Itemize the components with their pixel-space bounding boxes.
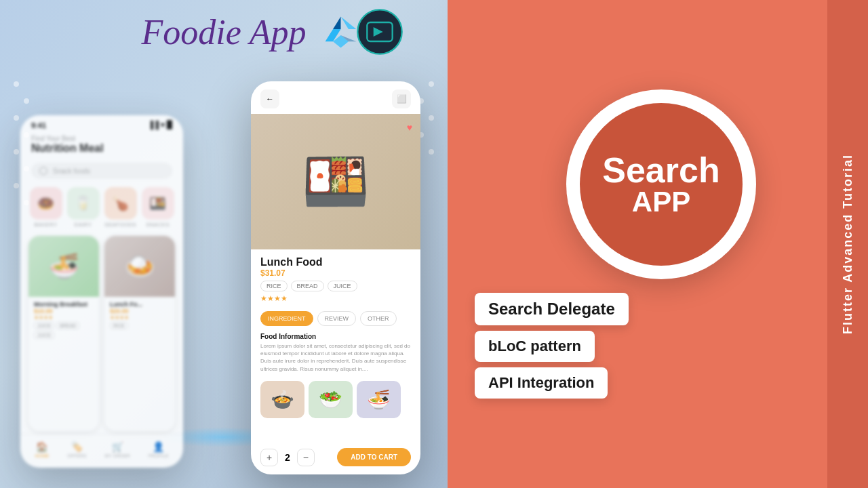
food-tags: JUICE BREAD JUICE [34, 322, 94, 339]
food-card-morning[interactable]: 🍜 Morning Breakfast $10.00 ★★★★ JUICE BR… [28, 236, 99, 431]
phone-right-mockup: ← ⬜ 🍱 ♥ Lunch Food $31.07 RICE BREAD JUI… [251, 81, 420, 474]
heart-icon: ♥ [407, 122, 412, 133]
offers-icon: 🏷️ [71, 441, 83, 452]
nav-label: HOME [35, 453, 49, 458]
add-to-cart-button[interactable]: ADD TO CART [337, 448, 411, 466]
feature-3-wrapper: API Integration [475, 367, 800, 399]
status-time: 9:41 [31, 121, 46, 129]
bloc-logo [356, 8, 403, 56]
category-label: SEAFOODS [104, 222, 136, 228]
food-name: Morning Breakfast [34, 301, 94, 308]
category-icon: 🍱 [142, 187, 174, 220]
svg-marker-1 [333, 17, 340, 29]
detail-food-info: Lunch Food $31.07 RICE BREAD JUICE ★★★★ [251, 249, 420, 307]
detail-food-name: Lunch Food [260, 256, 411, 268]
thumb-3[interactable]: 🍜 [357, 381, 401, 418]
quantity-value: 2 [285, 452, 290, 463]
nav-offers[interactable]: 🏷️ OFFERS [67, 441, 86, 458]
detail-tabs: INGREDIENT REVIEW OTHER [251, 307, 420, 330]
nav-label: MY ORDER [104, 453, 130, 458]
tag: JUICE [34, 331, 54, 339]
food-info: Lunch Fo... $20.00 ★★★★ RICE [104, 297, 175, 333]
food-image: 🍛 [104, 236, 175, 297]
feature-label-search-delegate: Search Delegate [475, 293, 629, 325]
category-bakery[interactable]: 🍩 BAKERY [28, 187, 63, 228]
category-icon: 🍩 [30, 187, 62, 220]
search-app-circle-outer: Search APP [566, 89, 756, 279]
bottom-nav: 🏠 HOME 🏷️ OFFERS 🛒 MY ORDER 👤 PROFILE [20, 434, 183, 468]
favorite-button[interactable]: ⬜ [392, 89, 411, 108]
thumb-1[interactable]: 🍲 [260, 381, 304, 418]
tab-review[interactable]: REVIEW [317, 311, 357, 326]
food-stars: ★★★★ [34, 314, 94, 321]
quantity-increase[interactable]: − [297, 449, 315, 466]
feature-2-wrapper: bLoC pattern [475, 331, 800, 362]
category-label: BAKERY [34, 222, 57, 228]
tag: JUICE [34, 322, 54, 329]
food-name: Lunch Fo... [110, 301, 170, 308]
phone-left-mockup: 9:41 ▐▐ ▾ ▉ Find Your Best Nutrition Mea… [20, 115, 183, 468]
tag: BREAD [56, 322, 79, 329]
flutter-logo [322, 14, 359, 51]
back-button[interactable]: ← [260, 89, 279, 108]
nav-home[interactable]: 🏠 HOME [35, 441, 49, 458]
status-icons: ▐▐ ▾ ▉ [148, 121, 172, 129]
app-title: Foodie App [141, 12, 306, 52]
vertical-text-content: Flutter Advanced Tutorial [841, 154, 855, 334]
category-snacks[interactable]: 🍱 SNACKS [140, 187, 175, 228]
right-content: Search APP Search Delegate bLoC pattern … [448, 69, 868, 419]
search-placeholder: Snack foods [53, 167, 90, 175]
header-sub: Find Your Best [31, 135, 172, 142]
category-seafoods[interactable]: 🍗 SEAFOODS [103, 187, 138, 228]
tab-ingredient[interactable]: INGREDIENT [260, 311, 313, 326]
quantity-decrease[interactable]: + [260, 449, 278, 466]
detail-tag: BREAD [291, 281, 324, 291]
section-text: Lorem ipsum dolor sit amet, consectetur … [260, 342, 411, 373]
food-cards-row: 🍜 Morning Breakfast $10.00 ★★★★ JUICE BR… [20, 233, 183, 434]
right-panel: Search APP Search Delegate bLoC pattern … [448, 0, 868, 488]
detail-tag: RICE [260, 281, 288, 291]
food-price: $10.00 [34, 308, 94, 314]
category-icon: 🍗 [104, 187, 137, 220]
thumb-2[interactable]: 🥗 [309, 381, 353, 418]
search-icon [39, 167, 47, 175]
category-label: SNACKS [146, 222, 170, 228]
detail-tag: JUICE [328, 281, 357, 291]
food-image: 🍜 [28, 236, 99, 297]
thumbnail-row: 🍲 🥗 🍜 [251, 375, 420, 424]
food-card-lunch[interactable]: 🍛 Lunch Fo... $20.00 ★★★★ RICE [104, 236, 175, 431]
food-information-section: Food Information Lorem ipsum dolor sit a… [251, 330, 420, 375]
nav-label: PROFILE [149, 453, 169, 458]
food-tags: RICE [110, 322, 170, 329]
feature-1-wrapper: Search Delegate [475, 293, 800, 325]
detail-tags-row: RICE BREAD JUICE [260, 281, 411, 291]
detail-food-price: $31.07 [260, 268, 411, 278]
food-info: Morning Breakfast $10.00 ★★★★ JUICE BREA… [28, 297, 99, 343]
header-title: Nutrition Meal [31, 142, 172, 155]
category-icon: 🥛 [67, 187, 100, 220]
detail-food-image: 🍱 ♥ [251, 114, 420, 249]
detail-header: ← ⬜ [251, 81, 420, 114]
app-text: APP [632, 188, 690, 216]
svg-marker-0 [341, 17, 357, 29]
bottom-bar: + 2 − ADD TO CART [251, 443, 420, 474]
left-panel: Foodie App 9:41 ▐▐ ▾ ▉ Find Your Best N [0, 0, 448, 488]
tab-other[interactable]: OTHER [360, 311, 397, 326]
search-text: Search [602, 152, 719, 188]
quantity-control: + 2 − [260, 449, 315, 466]
home-icon: 🏠 [36, 441, 47, 452]
nav-orders[interactable]: 🛒 MY ORDER [104, 441, 130, 458]
vertical-text-panel: Flutter Advanced Tutorial [827, 0, 868, 488]
nav-profile[interactable]: 👤 PROFILE [149, 441, 169, 458]
category-dairy[interactable]: 🥛 DAIRY [66, 187, 100, 228]
detail-stars: ★★★★ [260, 294, 411, 303]
feature-label-api-integration: API Integration [475, 367, 608, 399]
search-bar[interactable]: Snack foods [31, 163, 172, 179]
search-app-circle-inner: Search APP [580, 103, 743, 266]
nav-label: OFFERS [67, 453, 86, 458]
food-price: $20.00 [110, 308, 170, 314]
orders-icon: 🛒 [112, 441, 123, 452]
tag: RICE [110, 322, 128, 329]
food-stars: ★★★★ [110, 314, 170, 321]
feature-labels: Search Delegate bLoC pattern API Integra… [475, 293, 800, 399]
